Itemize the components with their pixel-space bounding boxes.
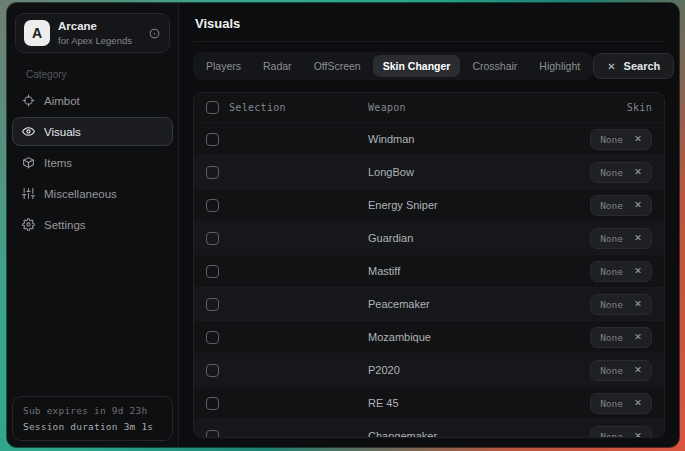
sidebar-item-visuals[interactable]: Visuals (12, 117, 173, 146)
skin-value: None (600, 431, 623, 439)
table-row: Energy Sniper None ✕ (194, 188, 664, 221)
x-icon[interactable]: ✕ (634, 200, 642, 210)
tab-label: Radar (263, 60, 292, 72)
x-icon[interactable]: ✕ (634, 167, 642, 177)
weapon-name: Changemaker (368, 430, 590, 438)
subscription-card: Sub expires in 9d 23h Session duration 3… (12, 396, 173, 441)
tab-label: Players (206, 60, 241, 72)
tab-skin-changer[interactable]: Skin Changer (373, 55, 461, 77)
brand-text: Arcane for Apex Legends (58, 21, 132, 45)
target-icon[interactable] (148, 27, 161, 40)
sub-expires-text: Sub expires in 9d 23h (23, 405, 162, 416)
tab-crosshair[interactable]: Crosshair (462, 55, 527, 77)
row-checkbox[interactable] (206, 364, 219, 377)
skin-value: None (600, 233, 623, 244)
skin-value: None (600, 200, 623, 211)
tab-label: OffScreen (314, 60, 361, 72)
toolbar: Players Radar OffScreen Skin Changer Cro… (193, 52, 665, 80)
weapon-name: P2020 (368, 364, 590, 376)
table-header: Selection Weapon Skin (194, 93, 664, 122)
sidebar-item-miscellaneous[interactable]: Miscellaneous (12, 179, 173, 208)
skin-value: None (600, 332, 623, 343)
row-checkbox[interactable] (206, 331, 219, 344)
brand-card: A Arcane for Apex Legends (15, 13, 170, 53)
sliders-icon (22, 187, 35, 200)
weapon-name: RE 45 (368, 397, 590, 409)
gear-icon (22, 218, 35, 231)
row-checkbox[interactable] (206, 397, 219, 410)
table-row: Mozambique None ✕ (194, 320, 664, 353)
weapon-column-header: Weapon (368, 102, 627, 113)
desktop-background: A Arcane for Apex Legends Category Aimbo… (0, 0, 685, 451)
page-title: Visuals (193, 14, 665, 42)
session-duration-text: Session duration 3m 1s (23, 421, 162, 432)
weapon-name: Mastiff (368, 265, 590, 277)
skin-table: Selection Weapon Skin Windman None (193, 92, 665, 438)
sidebar-item-items[interactable]: Items (12, 148, 173, 177)
x-icon[interactable]: ✕ (634, 332, 642, 342)
select-all-checkbox[interactable] (206, 101, 219, 114)
eye-icon (22, 125, 35, 138)
weapon-name: Mozambique (368, 331, 590, 343)
table-row: Changemaker None ✕ (194, 419, 664, 438)
x-icon[interactable]: ✕ (634, 233, 642, 243)
skin-select[interactable]: None ✕ (590, 294, 652, 315)
skin-select[interactable]: None ✕ (590, 426, 652, 439)
selection-header-cell: Selection (206, 101, 368, 114)
x-icon[interactable]: ✕ (634, 398, 642, 408)
table-row: Peacemaker None ✕ (194, 287, 664, 320)
tab-radar[interactable]: Radar (253, 55, 302, 77)
x-icon[interactable]: ✕ (634, 134, 642, 144)
row-checkbox[interactable] (206, 430, 219, 439)
skin-column-header: Skin (627, 102, 652, 113)
skin-select[interactable]: None ✕ (590, 228, 652, 249)
x-icon[interactable]: ✕ (634, 266, 642, 276)
x-icon[interactable]: ✕ (634, 299, 642, 309)
app-name: Arcane (58, 21, 132, 33)
search-button-label: Search (624, 60, 661, 72)
search-button[interactable]: ✕ Search (593, 53, 674, 79)
row-checkbox[interactable] (206, 166, 219, 179)
table-row: LongBow None ✕ (194, 155, 664, 188)
crosshair-icon (22, 94, 35, 107)
sidebar: A Arcane for Apex Legends Category Aimbo… (7, 3, 179, 447)
tab-highlight[interactable]: Highlight (529, 55, 590, 77)
tab-offscreen[interactable]: OffScreen (304, 55, 371, 77)
table-row: RE 45 None ✕ (194, 386, 664, 419)
skin-value: None (600, 167, 623, 178)
sidebar-nav: Aimbot Visuals Items Miscellaneous Setti… (12, 85, 173, 240)
skin-select[interactable]: None ✕ (590, 327, 652, 348)
weapon-name: LongBow (368, 166, 590, 178)
x-icon[interactable]: ✕ (634, 431, 642, 438)
sidebar-item-settings[interactable]: Settings (12, 210, 173, 239)
skin-select[interactable]: None ✕ (590, 195, 652, 216)
row-checkbox[interactable] (206, 265, 219, 278)
main-panel: Visuals Players Radar OffScreen Skin Cha… (179, 3, 679, 447)
x-icon[interactable]: ✕ (634, 365, 642, 375)
row-checkbox[interactable] (206, 232, 219, 245)
row-checkbox[interactable] (206, 199, 219, 212)
table-row: Mastiff None ✕ (194, 254, 664, 287)
tab-players[interactable]: Players (196, 55, 251, 77)
weapon-name: Energy Sniper (368, 199, 590, 211)
app-subtitle: for Apex Legends (58, 36, 132, 46)
row-checkbox[interactable] (206, 133, 219, 146)
tab-bar: Players Radar OffScreen Skin Changer Cro… (193, 52, 593, 80)
skin-select[interactable]: None ✕ (590, 360, 652, 381)
app-window: A Arcane for Apex Legends Category Aimbo… (7, 3, 679, 447)
skin-value: None (600, 365, 623, 376)
skin-select[interactable]: None ✕ (590, 393, 652, 414)
selection-column-header: Selection (229, 102, 286, 113)
table-row: P2020 None ✕ (194, 353, 664, 386)
table-row: Windman None ✕ (194, 122, 664, 155)
sidebar-item-aimbot[interactable]: Aimbot (12, 86, 173, 115)
skin-select[interactable]: None ✕ (590, 129, 652, 150)
skin-select[interactable]: None ✕ (590, 261, 652, 282)
category-label: Category (26, 69, 173, 80)
skin-value: None (600, 299, 623, 310)
skin-value: None (600, 398, 623, 409)
skin-select[interactable]: None ✕ (590, 162, 652, 183)
row-checkbox[interactable] (206, 298, 219, 311)
app-logo: A (24, 20, 50, 46)
weapon-name: Peacemaker (368, 298, 590, 310)
